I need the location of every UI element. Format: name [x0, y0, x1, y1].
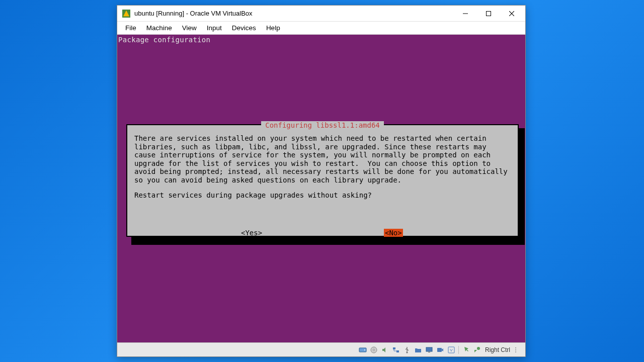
usb-icon[interactable]	[402, 345, 412, 355]
svg-point-7	[373, 349, 374, 350]
svg-point-5	[364, 349, 365, 350]
menu-machine[interactable]: Machine	[141, 23, 177, 33]
window-title: ubuntu [Running] - Oracle VM VirtualBox	[133, 10, 454, 17]
menu-input[interactable]: Input	[202, 23, 227, 33]
virtualbox-icon	[122, 10, 130, 18]
menu-devices[interactable]: Devices	[227, 23, 261, 33]
close-button[interactable]	[500, 6, 523, 21]
keyboard-icon[interactable]	[472, 345, 482, 355]
virtualization-icon[interactable]: V	[446, 345, 456, 355]
svg-rect-10	[426, 347, 432, 351]
dialog-title: Configuring libssl1.1:amd64	[261, 121, 384, 129]
menu-help[interactable]: Help	[261, 23, 285, 33]
titlebar[interactable]: ubuntu [Running] - Oracle VM VirtualBox	[117, 6, 525, 22]
recording-icon[interactable]	[435, 345, 445, 355]
package-config-header: Package configuration	[118, 36, 210, 44]
menu-view[interactable]: View	[177, 23, 202, 33]
config-dialog: Configuring libssl1.1:amd64 There are se…	[126, 124, 519, 237]
display-icon[interactable]	[424, 345, 434, 355]
menu-file[interactable]: File	[120, 23, 141, 33]
statusbar-menu-icon[interactable]	[512, 345, 522, 355]
svg-rect-8	[393, 347, 395, 349]
minimize-button[interactable]	[454, 6, 477, 21]
optical-disk-icon[interactable]	[369, 345, 379, 355]
yes-button[interactable]: <Yes>	[241, 229, 262, 237]
window-controls	[454, 6, 523, 21]
svg-point-18	[515, 351, 516, 352]
statusbar: V Right Ctrl	[117, 342, 525, 356]
svg-point-17	[515, 349, 516, 350]
maximize-button[interactable]	[477, 6, 500, 21]
hard-disk-icon[interactable]	[358, 345, 368, 355]
network-icon[interactable]	[391, 345, 401, 355]
audio-icon[interactable]	[380, 345, 390, 355]
menubar: File Machine View Input Devices Help	[117, 22, 525, 35]
svg-point-16	[515, 347, 516, 348]
svg-point-15	[477, 347, 480, 350]
mouse-integration-icon[interactable]	[461, 345, 471, 355]
dialog-question: Restart services during package upgrades…	[127, 188, 518, 199]
statusbar-separator	[458, 346, 459, 354]
vm-screen[interactable]: Package configuration Configuring libssl…	[117, 35, 525, 342]
svg-rect-11	[428, 352, 430, 352]
dialog-body: There are services installed on your sys…	[127, 125, 518, 188]
svg-rect-1	[487, 11, 491, 16]
no-button[interactable]: <No>	[384, 229, 403, 237]
shared-folders-icon[interactable]	[413, 345, 423, 355]
host-key-label: Right Ctrl	[485, 346, 510, 353]
svg-rect-12	[437, 348, 442, 352]
svg-text:V: V	[450, 348, 453, 352]
dialog-title-wrap: Configuring libssl1.1:amd64	[127, 120, 518, 130]
vm-window: ubuntu [Running] - Oracle VM VirtualBox …	[117, 5, 526, 357]
